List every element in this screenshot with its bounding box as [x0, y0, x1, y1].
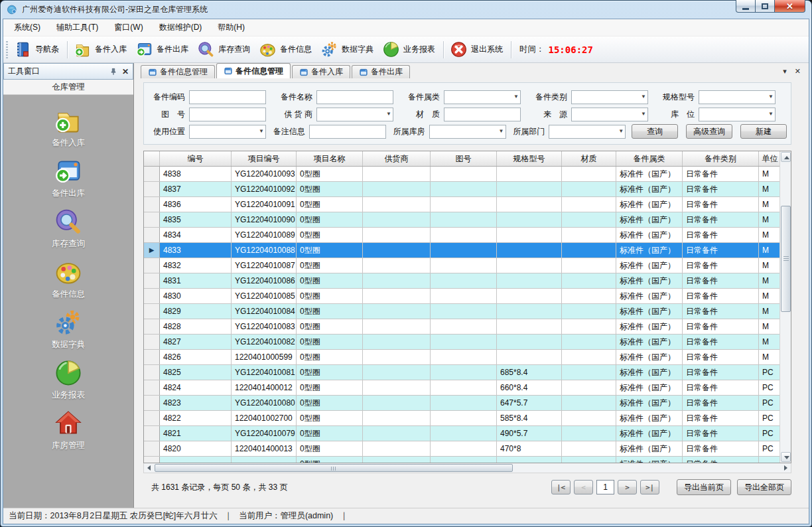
sidebar-item-window-out[interactable]: 备件出库	[52, 157, 85, 199]
new-button[interactable]: 新建	[740, 124, 787, 139]
sidebar-item-palette[interactable]: 备件信息	[52, 258, 85, 300]
search-input[interactable]	[189, 108, 266, 121]
query-button[interactable]: 查询	[632, 124, 678, 139]
tab-close-icon[interactable]: ✕	[795, 67, 801, 76]
search-select[interactable]: ▼	[549, 125, 626, 139]
search-input[interactable]	[309, 125, 386, 139]
sidebar-group-title[interactable]: 仓库管理	[3, 80, 133, 95]
tab-list-chevron-down-icon[interactable]: ▾	[783, 67, 787, 76]
table-row[interactable]: 4834YG122040100890型圈标准件（国产）日常备件M	[144, 228, 779, 243]
toolbar-button-book[interactable]: 导航条	[11, 38, 64, 60]
last-page-button[interactable]: >|	[640, 480, 659, 494]
menu-item-5[interactable]: 帮助(H)	[210, 19, 253, 36]
table-row[interactable]: 4829YG122040100840型圈标准件（国产）日常备件M	[144, 304, 779, 319]
menu-item-2[interactable]: 辅助工具(T)	[48, 19, 106, 36]
table-row[interactable]: 4821YG122040100790型圈490*5.7标准件（国产）日常备件PC	[144, 426, 779, 441]
column-header[interactable]: 项目名称	[297, 151, 363, 166]
tab-1[interactable]: 备件信息管理	[141, 65, 215, 78]
first-page-button[interactable]: |<	[551, 480, 571, 494]
column-header[interactable]: 备件类别	[683, 151, 759, 166]
horizontal-scrollbar-thumb[interactable]	[155, 464, 513, 472]
table-row[interactable]: ▶4833YG122040100880型圈标准件（国产）日常备件M	[144, 243, 779, 258]
maximize-button[interactable]	[756, 0, 775, 13]
table-row[interactable]: 4836YG122040100910型圈标准件（国产）日常备件M	[144, 197, 779, 212]
column-header[interactable]: 备件属类	[616, 151, 683, 166]
scroll-left-icon[interactable]	[144, 463, 154, 472]
table-cell	[562, 350, 616, 364]
toolbar-button-window-out[interactable]: 备件出库	[132, 38, 194, 60]
column-header[interactable]: 编号	[160, 151, 232, 166]
column-header[interactable]: 供货商	[363, 151, 431, 166]
sidebar-close-icon[interactable]: ✕	[122, 67, 129, 76]
search-select[interactable]: ▼	[429, 125, 506, 139]
column-header[interactable]: 项目编号	[232, 151, 297, 166]
table-row[interactable]: 0型圈标准件（国产）日常备件	[144, 457, 779, 463]
toolbar-button-palette[interactable]: 备件信息	[255, 38, 317, 60]
search-select[interactable]: ▼	[189, 125, 266, 139]
table-row[interactable]: 4827YG122040100820型圈标准件（国产）日常备件M	[144, 335, 779, 350]
tab-2[interactable]: 备件信息管理	[216, 63, 291, 78]
column-header[interactable]: 规格型号	[497, 151, 562, 166]
table-row[interactable]: 4832YG122040100870型圈标准件（国产）日常备件M	[144, 258, 779, 273]
toolbar-button-folder-in[interactable]: 备件入库	[70, 38, 132, 60]
export-current-page-button[interactable]: 导出当前页	[677, 479, 731, 495]
table-row[interactable]: 4830YG122040100850型圈标准件（国产）日常备件M	[144, 289, 779, 304]
tab-3[interactable]: 备件入库	[292, 65, 350, 78]
column-header[interactable]: 单位	[759, 151, 779, 166]
table-row[interactable]: 4825YG122040100810型圈685*8.4标准件（国产）日常备件PC	[144, 365, 779, 380]
table-row[interactable]: 4831YG122040100860型圈标准件（国产）日常备件M	[144, 273, 779, 289]
sidebar-item-gears[interactable]: 数据字典	[52, 308, 85, 350]
status-separator: ｜	[224, 510, 232, 522]
time-label: 时间：	[519, 44, 545, 55]
tab-4[interactable]: 备件出库	[352, 65, 410, 78]
search-select[interactable]: ▼	[571, 108, 648, 121]
toolbar-separator	[511, 41, 511, 58]
table-row[interactable]: 4838YG122040100930型圈标准件（国产）日常备件M	[144, 167, 779, 182]
sidebar-item-pie[interactable]: 业务报表	[52, 358, 85, 401]
table-row[interactable]: 4835YG122040100900型圈标准件（国产）日常备件M	[144, 212, 779, 228]
table-row[interactable]: 482012204014000130型圈470*8标准件（国产）日常备件PC	[144, 441, 779, 457]
search-input[interactable]	[316, 90, 393, 104]
menu-item-1[interactable]: 系统(S)	[6, 19, 48, 36]
search-select[interactable]: ▼	[316, 108, 393, 121]
table-row[interactable]: 4823YG122040100800型圈647*5.7标准件（国产）日常备件PC	[144, 396, 779, 411]
toolbar-button-pie[interactable]: 业务报表	[379, 38, 440, 60]
menu-item-4[interactable]: 数据维护(D)	[151, 19, 210, 36]
table-row[interactable]: 482212204010027000型圈585*8.4标准件（国产）日常备件PC	[144, 411, 779, 426]
toolbar-grip[interactable]	[6, 41, 8, 58]
page-number-input[interactable]: 1	[596, 480, 614, 494]
search-select[interactable]: ▼	[444, 90, 521, 104]
close-button[interactable]: ✕	[775, 0, 805, 13]
sidebar-item-house[interactable]: 库房管理	[52, 409, 85, 451]
next-page-button[interactable]: >	[618, 480, 637, 494]
vertical-scrollbar-thumb[interactable]	[781, 206, 791, 312]
search-input[interactable]	[189, 90, 266, 104]
column-header[interactable]: 图号	[431, 151, 497, 166]
table-row[interactable]: 4837YG122040100920型圈标准件（国产）日常备件M	[144, 182, 779, 197]
scroll-up-icon[interactable]	[781, 152, 791, 162]
vertical-scrollbar[interactable]	[779, 151, 791, 463]
column-header[interactable]: 材质	[562, 151, 616, 166]
pin-icon[interactable]	[109, 67, 118, 76]
horizontal-scrollbar[interactable]	[143, 463, 791, 473]
scroll-down-icon[interactable]	[781, 452, 791, 462]
export-all-pages-button[interactable]: 导出全部页	[737, 479, 791, 495]
sidebar-title: 工具窗口	[8, 66, 109, 77]
previous-page-button[interactable]: <	[574, 480, 593, 494]
table-row[interactable]: 4828YG122040100830型圈标准件（国产）日常备件M	[144, 319, 779, 335]
table-row[interactable]: 482612204010005990型圈标准件（国产）日常备件M	[144, 350, 779, 365]
toolbar-button-gears[interactable]: 数据字典	[317, 38, 379, 60]
sidebar-item-folder-in[interactable]: 备件入库	[52, 106, 85, 149]
sidebar-item-magnifier[interactable]: 库存查询	[52, 207, 85, 250]
table-row[interactable]: 482412204014000120型圈660*8.4标准件（国产）日常备件PC	[144, 380, 779, 396]
menu-item-3[interactable]: 窗口(W)	[106, 19, 151, 36]
search-select[interactable]: ▼	[571, 90, 648, 104]
search-input[interactable]	[444, 108, 521, 121]
scroll-right-icon[interactable]	[781, 463, 791, 472]
search-select[interactable]: ▼	[699, 108, 776, 121]
toolbar-button-exit[interactable]: 退出系统	[446, 38, 508, 60]
toolbar-button-magnifier[interactable]: 库存查询	[194, 38, 255, 60]
minimize-button[interactable]	[736, 0, 756, 13]
search-select[interactable]: ▼	[699, 90, 776, 104]
advanced-query-button[interactable]: 高级查询	[686, 124, 732, 139]
